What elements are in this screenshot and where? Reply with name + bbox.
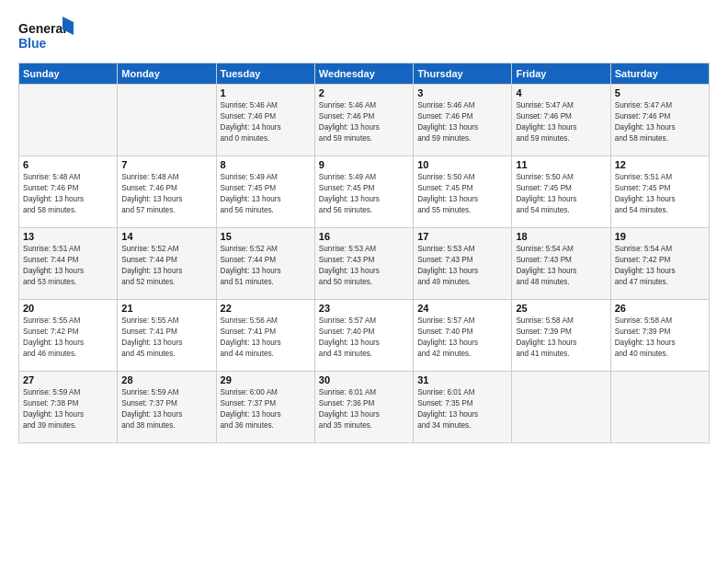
- day-number: 19: [615, 231, 705, 242]
- calendar-cell: 28Sunrise: 5:59 AM Sunset: 7:37 PM Dayli…: [118, 372, 216, 443]
- calendar-cell: 17Sunrise: 5:53 AM Sunset: 7:43 PM Dayli…: [414, 228, 512, 300]
- day-details: Sunrise: 5:46 AM Sunset: 7:46 PM Dayligh…: [221, 100, 311, 144]
- day-number: 26: [615, 303, 705, 314]
- day-details: Sunrise: 5:48 AM Sunset: 7:46 PM Dayligh…: [23, 172, 113, 216]
- weekday-header-friday: Friday: [512, 63, 610, 85]
- day-number: 2: [319, 87, 409, 98]
- day-number: 27: [23, 374, 113, 385]
- day-details: Sunrise: 5:57 AM Sunset: 7:40 PM Dayligh…: [319, 316, 409, 360]
- day-details: Sunrise: 6:01 AM Sunset: 7:35 PM Dayligh…: [417, 387, 507, 431]
- day-details: Sunrise: 5:47 AM Sunset: 7:46 PM Dayligh…: [615, 100, 705, 144]
- calendar-cell: 30Sunrise: 6:01 AM Sunset: 7:36 PM Dayli…: [314, 372, 413, 443]
- day-details: Sunrise: 5:55 AM Sunset: 7:41 PM Dayligh…: [121, 316, 211, 360]
- svg-text:General: General: [18, 21, 66, 36]
- day-number: 4: [516, 87, 606, 98]
- calendar-cell: 14Sunrise: 5:52 AM Sunset: 7:44 PM Dayli…: [118, 228, 216, 300]
- day-number: 25: [516, 303, 606, 314]
- calendar-cell: 7Sunrise: 5:48 AM Sunset: 7:46 PM Daylig…: [118, 156, 216, 228]
- day-details: Sunrise: 5:47 AM Sunset: 7:46 PM Dayligh…: [516, 100, 606, 144]
- day-details: Sunrise: 5:46 AM Sunset: 7:46 PM Dayligh…: [319, 100, 409, 144]
- day-number: 29: [221, 374, 311, 385]
- calendar-cell: 10Sunrise: 5:50 AM Sunset: 7:45 PM Dayli…: [414, 156, 512, 228]
- day-number: 5: [615, 87, 705, 98]
- weekday-header-wednesday: Wednesday: [314, 63, 413, 85]
- calendar-cell: 26Sunrise: 5:58 AM Sunset: 7:39 PM Dayli…: [610, 300, 709, 372]
- day-number: 15: [221, 231, 311, 242]
- calendar-cell: 29Sunrise: 6:00 AM Sunset: 7:37 PM Dayli…: [216, 372, 314, 443]
- logo-svg: GeneralBlue: [18, 17, 74, 53]
- day-number: 11: [516, 159, 606, 170]
- day-details: Sunrise: 5:50 AM Sunset: 7:45 PM Dayligh…: [417, 172, 507, 216]
- calendar-cell: [512, 372, 610, 443]
- calendar-cell: 1Sunrise: 5:46 AM Sunset: 7:46 PM Daylig…: [216, 85, 314, 156]
- page-header: GeneralBlue: [18, 17, 710, 53]
- day-number: 30: [319, 374, 409, 385]
- calendar-cell: 5Sunrise: 5:47 AM Sunset: 7:46 PM Daylig…: [610, 85, 709, 156]
- weekday-header-thursday: Thursday: [414, 63, 512, 85]
- day-number: 23: [319, 303, 409, 314]
- day-details: Sunrise: 5:52 AM Sunset: 7:44 PM Dayligh…: [121, 244, 211, 288]
- day-details: Sunrise: 6:01 AM Sunset: 7:36 PM Dayligh…: [319, 387, 409, 431]
- calendar-cell: 16Sunrise: 5:53 AM Sunset: 7:43 PM Dayli…: [314, 228, 413, 300]
- day-details: Sunrise: 5:59 AM Sunset: 7:38 PM Dayligh…: [23, 387, 113, 431]
- day-number: 9: [319, 159, 409, 170]
- calendar-cell: 27Sunrise: 5:59 AM Sunset: 7:38 PM Dayli…: [19, 372, 118, 443]
- day-number: 13: [23, 231, 113, 242]
- calendar-cell: 25Sunrise: 5:58 AM Sunset: 7:39 PM Dayli…: [512, 300, 610, 372]
- day-number: 10: [417, 159, 507, 170]
- calendar-cell: 8Sunrise: 5:49 AM Sunset: 7:45 PM Daylig…: [216, 156, 314, 228]
- calendar-cell: 23Sunrise: 5:57 AM Sunset: 7:40 PM Dayli…: [314, 300, 413, 372]
- svg-text:Blue: Blue: [18, 36, 47, 51]
- calendar-cell: 13Sunrise: 5:51 AM Sunset: 7:44 PM Dayli…: [19, 228, 118, 300]
- calendar-cell: 12Sunrise: 5:51 AM Sunset: 7:45 PM Dayli…: [610, 156, 709, 228]
- day-details: Sunrise: 5:55 AM Sunset: 7:42 PM Dayligh…: [23, 316, 113, 360]
- day-details: Sunrise: 5:53 AM Sunset: 7:43 PM Dayligh…: [319, 244, 409, 288]
- calendar-cell: 21Sunrise: 5:55 AM Sunset: 7:41 PM Dayli…: [118, 300, 216, 372]
- day-details: Sunrise: 5:58 AM Sunset: 7:39 PM Dayligh…: [615, 316, 705, 360]
- day-details: Sunrise: 5:46 AM Sunset: 7:46 PM Dayligh…: [417, 100, 507, 144]
- day-number: 31: [417, 374, 507, 385]
- calendar-cell: 31Sunrise: 6:01 AM Sunset: 7:35 PM Dayli…: [414, 372, 512, 443]
- day-number: 28: [121, 374, 211, 385]
- calendar-cell: 24Sunrise: 5:57 AM Sunset: 7:40 PM Dayli…: [414, 300, 512, 372]
- day-number: 1: [221, 87, 311, 98]
- day-details: Sunrise: 5:50 AM Sunset: 7:45 PM Dayligh…: [516, 172, 606, 216]
- day-details: Sunrise: 5:49 AM Sunset: 7:45 PM Dayligh…: [221, 172, 311, 216]
- weekday-header-row: SundayMondayTuesdayWednesdayThursdayFrid…: [19, 63, 710, 85]
- calendar-cell: [19, 85, 118, 156]
- calendar-cell: 2Sunrise: 5:46 AM Sunset: 7:46 PM Daylig…: [314, 85, 413, 156]
- calendar-week-row: 20Sunrise: 5:55 AM Sunset: 7:42 PM Dayli…: [19, 300, 710, 372]
- calendar-cell: 18Sunrise: 5:54 AM Sunset: 7:43 PM Dayli…: [512, 228, 610, 300]
- calendar-cell: 6Sunrise: 5:48 AM Sunset: 7:46 PM Daylig…: [19, 156, 118, 228]
- day-details: Sunrise: 5:53 AM Sunset: 7:43 PM Dayligh…: [417, 244, 507, 288]
- day-details: Sunrise: 5:52 AM Sunset: 7:44 PM Dayligh…: [221, 244, 311, 288]
- day-number: 18: [516, 231, 606, 242]
- calendar-cell: [118, 85, 216, 156]
- day-details: Sunrise: 5:57 AM Sunset: 7:40 PM Dayligh…: [417, 316, 507, 360]
- calendar-cell: 3Sunrise: 5:46 AM Sunset: 7:46 PM Daylig…: [414, 85, 512, 156]
- day-number: 6: [23, 159, 113, 170]
- day-number: 24: [417, 303, 507, 314]
- calendar-cell: 11Sunrise: 5:50 AM Sunset: 7:45 PM Dayli…: [512, 156, 610, 228]
- weekday-header-saturday: Saturday: [610, 63, 709, 85]
- calendar-cell: 20Sunrise: 5:55 AM Sunset: 7:42 PM Dayli…: [19, 300, 118, 372]
- calendar-week-row: 13Sunrise: 5:51 AM Sunset: 7:44 PM Dayli…: [19, 228, 710, 300]
- weekday-header-tuesday: Tuesday: [216, 63, 314, 85]
- calendar-cell: 15Sunrise: 5:52 AM Sunset: 7:44 PM Dayli…: [216, 228, 314, 300]
- logo: GeneralBlue: [18, 17, 74, 53]
- weekday-header-sunday: Sunday: [19, 63, 118, 85]
- calendar-cell: [610, 372, 709, 443]
- day-number: 16: [319, 231, 409, 242]
- calendar-cell: 9Sunrise: 5:49 AM Sunset: 7:45 PM Daylig…: [314, 156, 413, 228]
- day-number: 22: [221, 303, 311, 314]
- day-number: 20: [23, 303, 113, 314]
- calendar-week-row: 27Sunrise: 5:59 AM Sunset: 7:38 PM Dayli…: [19, 372, 710, 443]
- day-details: Sunrise: 5:54 AM Sunset: 7:42 PM Dayligh…: [615, 244, 705, 288]
- day-details: Sunrise: 5:51 AM Sunset: 7:45 PM Dayligh…: [615, 172, 705, 216]
- day-details: Sunrise: 6:00 AM Sunset: 7:37 PM Dayligh…: [221, 387, 311, 431]
- calendar-cell: 4Sunrise: 5:47 AM Sunset: 7:46 PM Daylig…: [512, 85, 610, 156]
- day-number: 14: [121, 231, 211, 242]
- day-details: Sunrise: 5:56 AM Sunset: 7:41 PM Dayligh…: [221, 316, 311, 360]
- day-number: 12: [615, 159, 705, 170]
- calendar-cell: 19Sunrise: 5:54 AM Sunset: 7:42 PM Dayli…: [610, 228, 709, 300]
